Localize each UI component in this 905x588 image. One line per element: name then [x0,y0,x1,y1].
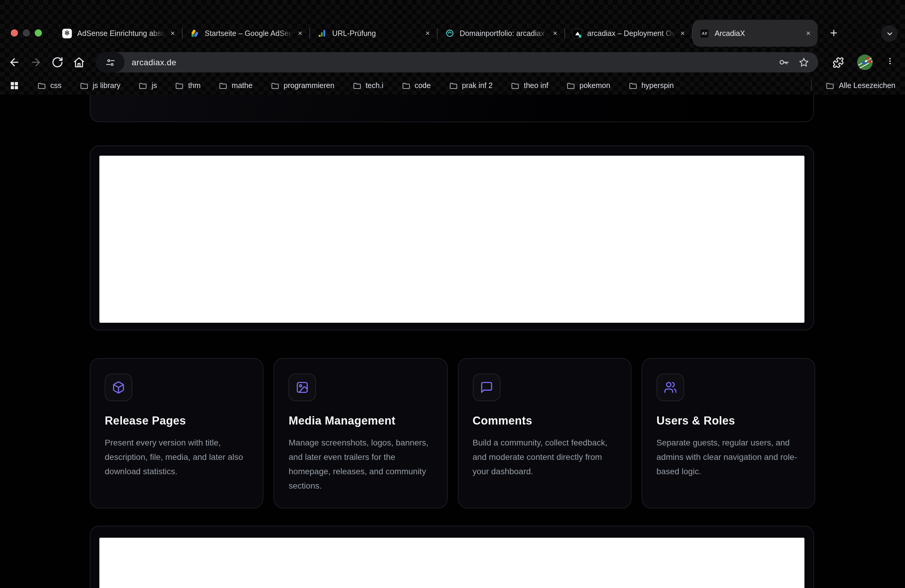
message-square-icon [473,373,500,401]
password-key-icon[interactable] [779,57,789,68]
extensions-puzzle-icon[interactable] [833,57,844,68]
vercel-icon [572,29,582,38]
bookmark-folder-css[interactable]: css [37,81,62,90]
bookmark-label: tech.i [365,81,383,90]
bookmark-star-icon[interactable] [799,57,809,68]
folder-icon [175,81,184,90]
feature-cards-row: Release Pages Present every version with… [90,358,815,502]
all-bookmarks-label: Alle Lesezeichen [839,81,895,90]
home-button[interactable] [73,56,85,68]
tab-url-pruefung[interactable]: URL-Prüfung [310,20,437,47]
folder-icon [401,81,410,90]
bookmark-label: hyperspin [641,81,674,90]
menu-kebab-icon[interactable] [886,57,894,68]
bookmark-label: programmieren [284,81,335,90]
tab-title: URL-Prüfung [332,29,422,37]
bookmark-folder-js-library[interactable]: js library [79,81,121,90]
bookmark-folder-pokemon[interactable]: pokemon [566,81,610,90]
tab-google-adsense[interactable]: Startseite – Google AdSen [183,20,310,47]
tab-close-icon[interactable] [422,29,432,38]
tabs: ✻ AdSense Einrichtung absc [55,20,818,47]
tab-vercel-deployment[interactable]: arcadiax – Deployment Ov [565,20,692,47]
tab-strip: ✻ AdSense Einrichtung absc [0,0,905,48]
feature-card-comments: Comments Build a community, collect feed… [457,358,632,509]
apps-grid-icon[interactable] [10,81,19,91]
toolbar-right [833,54,894,70]
bookmark-folder-prak-inf-2[interactable]: prak inf 2 [449,81,492,90]
feature-card-users-roles: Users & Roles Separate guests, regular u… [641,358,816,509]
browser-chrome: ✻ AdSense Einrichtung absc [0,0,905,95]
feature-title: Release Pages [105,414,249,427]
bookmarks-bar: css js library js thm mathe programmiere… [0,77,905,95]
box-icon [105,373,132,401]
united-domains-icon [445,29,454,38]
bookmark-label: js library [93,81,121,90]
all-bookmarks-button[interactable]: Alle Lesezeichen [811,81,895,91]
bookmark-label: thm [188,81,201,90]
back-button[interactable] [8,56,21,68]
browser-window: ✻ AdSense Einrichtung absc [0,0,905,588]
tab-title: Startseite – Google AdSen [205,29,295,37]
bookmark-label: pokemon [580,81,610,90]
bookmark-folder-theo-inf[interactable]: theo inf [511,81,548,90]
hero-top-card-partial [90,95,814,122]
bookmark-folder-js[interactable]: js [138,81,157,90]
tab-title: arcadiax – Deployment Ov [587,29,678,37]
tab-close-icon[interactable] [295,29,305,38]
feature-description: Build a community, collect feedback, and… [473,435,616,478]
address-bar[interactable]: arcadiax.de [96,52,818,72]
screenshot-image-placeholder [99,156,805,323]
folder-icon [566,81,575,90]
chatgpt-icon: ✻ [62,29,72,38]
site-settings-button[interactable] [96,52,124,72]
tab-arcadiax-active[interactable]: AX ArcadiaX [692,20,818,47]
tab-close-icon[interactable] [803,29,813,38]
feature-title: Media Management [289,414,433,427]
bookmark-folder-tech-i[interactable]: tech.i [352,81,383,90]
toolbar: arcadiax.de [0,48,905,77]
folder-icon [79,81,89,90]
tab-close-icon[interactable] [678,29,687,38]
page-content: Release Pages Present every version with… [0,95,905,588]
new-tab-button[interactable] [827,26,840,40]
feature-description: Manage screenshots, logos, banners, and … [289,435,433,493]
tab-close-icon[interactable] [168,29,177,38]
tune-icon [105,57,115,67]
bookmark-folder-code[interactable]: code [401,81,431,90]
feature-title: Users & Roles [657,414,800,427]
tab-search-button[interactable] [881,25,898,42]
url-text: arcadiax.de [132,57,779,67]
tab-title: ArcadiaX [714,29,803,37]
bookmark-folder-thm[interactable]: thm [175,81,201,90]
tab-close-icon[interactable] [550,29,560,38]
bookmark-folder-hyperspin[interactable]: hyperspin [628,81,674,90]
reload-button[interactable] [51,56,64,68]
window-zoom-button[interactable] [35,29,42,37]
feature-card-media-management: Media Management Manage screenshots, log… [274,358,448,509]
adsense-icon [190,29,199,38]
chevron-down-icon [886,30,893,37]
folder-icon [37,81,46,90]
traffic-lights [11,29,42,37]
arcadiax-icon: AX [700,29,709,38]
image-icon [289,373,316,401]
folder-icon [352,81,361,90]
profile-avatar[interactable] [857,54,873,70]
bookmark-label: mathe [232,81,252,90]
bookmark-label: js [152,81,157,90]
window-minimize-button[interactable] [23,29,30,37]
screenshot-card [90,146,814,331]
bookmark-folder-programmieren[interactable]: programmieren [270,81,335,90]
tab-domainportfolio[interactable]: Domainportfolio: arcadiax [438,20,564,47]
bottom-image-placeholder [99,538,805,588]
tab-adsense-setup[interactable]: ✻ AdSense Einrichtung absc [55,20,182,47]
feature-description: Present every version with title, descri… [105,435,249,478]
tab-title: Domainportfolio: arcadiax [460,29,550,37]
bookmark-folder-mathe[interactable]: mathe [219,81,252,90]
feature-description: Separate guests, regular users, and admi… [657,435,800,478]
folder-icon [449,81,457,90]
folder-icon [138,81,148,90]
forward-button[interactable] [30,56,42,68]
window-close-button[interactable] [11,29,18,37]
bookmark-label: theo inf [524,81,548,90]
